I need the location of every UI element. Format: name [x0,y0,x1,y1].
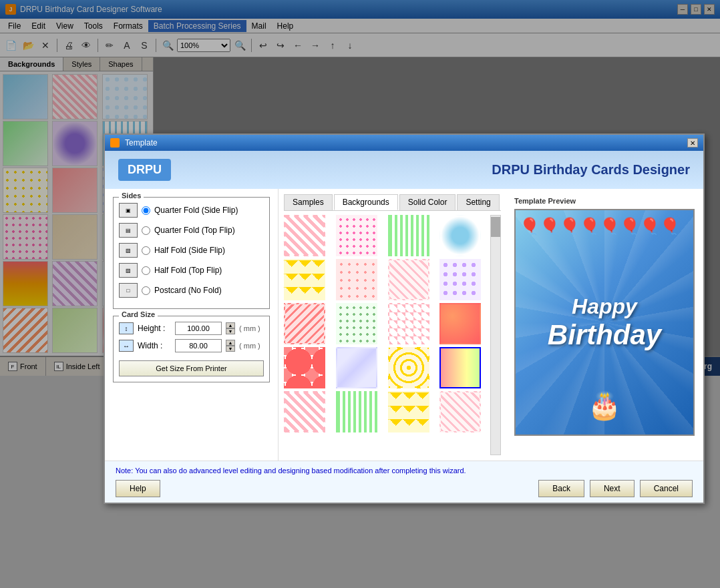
modal-bg-1[interactable] [284,215,325,256]
width-icon: ↔ [119,340,134,352]
modal-bg-9[interactable] [284,303,325,344]
modal-bg-7[interactable] [388,259,429,300]
half-fold-side-icon: ▧ [119,243,138,258]
modal-tabs-row: Samples Backgrounds Solid Color Setting [284,194,501,211]
modal-title-text: Template [125,138,158,148]
fold-label-2: Half Fold (Side Flip) [154,246,225,255]
modal-title-bar: Template ✕ [105,135,703,151]
width-down-btn[interactable]: ▼ [226,346,235,352]
modal-bg-8[interactable] [439,259,481,300]
sides-section: Sides ▣ Quarter Fold (Side Flip) ▤ Quart… [113,197,270,309]
width-row: ↔ Width : 80.00 ▲ ▼ ( mm ) [119,339,264,352]
modal-bg-19[interactable] [388,391,429,432]
modal-bg-14[interactable] [336,347,377,388]
modal-body: Sides ▣ Quarter Fold (Side Flip) ▤ Quart… [105,189,703,461]
modal-close-button[interactable]: ✕ [687,138,698,148]
fold-label-0: Quarter Fold (Side Flip) [154,206,238,215]
scroll-thumb[interactable] [491,217,500,237]
modal-title-icon [110,138,120,148]
modal-bg-2[interactable] [336,215,377,256]
fold-radio-1[interactable] [142,226,150,235]
width-unit: ( mm ) [239,342,260,350]
fold-option-4[interactable]: □ Postcard (No Fold) [119,283,264,298]
width-up-btn[interactable]: ▲ [226,340,235,346]
height-label: Height : [138,324,171,333]
modal-bg-18[interactable] [336,391,377,432]
fold-radio-4[interactable] [142,286,150,295]
height-row: ↕ Height : 100.00 ▲ ▼ ( mm ) [119,322,264,335]
modal-bg-5[interactable] [284,259,325,300]
half-fold-top-icon: ▨ [119,263,138,278]
scroll-bar-v[interactable] [490,215,501,455]
card-size-section: Card Size ↕ Height : 100.00 ▲ ▼ ( mm ) ↔ [113,316,270,382]
modal-bg-6[interactable] [336,259,377,300]
modal-bg-16[interactable] [439,347,481,388]
fold-option-1[interactable]: ▤ Quarter Fold (Top Flip) [119,223,264,238]
modal-note: Note: You can also do advanced level edi… [116,467,693,475]
modal-header-title: DRPU Birthday Cards Designer [492,162,690,178]
card-size-label: Card Size [119,310,158,318]
width-label: Width : [138,341,171,350]
height-input[interactable]: 100.00 [175,322,222,335]
quarter-fold-side-icon: ▣ [119,203,138,218]
help-button[interactable]: Help [116,480,160,497]
modal-bg-4[interactable] [439,215,481,256]
fold-option-3[interactable]: ▨ Half Fold (Top Flip) [119,263,264,278]
height-up-btn[interactable]: ▲ [226,322,235,328]
birthday-card-preview: 🎈🎈🎈🎈🎈🎈🎈🎈 Happy Birthday 🎂 [516,210,693,434]
width-spinner[interactable]: ▲ ▼ [226,340,235,352]
modal-overlay: Template ✕ DRPU DRPU Birthday Cards Desi… [0,0,720,588]
sides-label: Sides [119,192,144,200]
height-icon: ↕ [119,322,134,334]
modal-bg-3[interactable] [388,215,429,256]
modal-bg-10[interactable] [336,303,377,344]
background-modal-grid [284,215,501,432]
back-button[interactable]: Back [538,480,584,497]
fold-radio-3[interactable] [142,266,150,275]
modal-right-panel: Template Preview 🎈🎈🎈🎈🎈🎈🎈🎈 Happy Birthday… [506,189,703,461]
tab-solid-color[interactable]: Solid Color [399,194,456,210]
next-button[interactable]: Next [590,480,635,497]
modal-buttons: Help Back Next Cancel [116,480,693,497]
modal-bg-12[interactable] [439,303,481,344]
card-cake: 🎂 [588,390,621,421]
template-modal: Template ✕ DRPU DRPU Birthday Cards Desi… [104,133,705,504]
modal-center-panel: Samples Backgrounds Solid Color Setting [279,189,506,461]
fold-label-4: Postcard (No Fold) [154,286,222,295]
fold-label-3: Half Fold (Top Flip) [154,266,222,275]
cancel-button[interactable]: Cancel [640,480,693,497]
modal-bg-15[interactable] [388,347,429,388]
preview-box: 🎈🎈🎈🎈🎈🎈🎈🎈 Happy Birthday 🎂 [514,209,695,436]
postcard-icon: □ [119,283,138,298]
modal-header: DRPU DRPU Birthday Cards Designer [105,151,703,189]
modal-bg-13[interactable] [284,347,325,388]
fold-option-0[interactable]: ▣ Quarter Fold (Side Flip) [119,203,264,218]
modal-left-panel: Sides ▣ Quarter Fold (Side Flip) ▤ Quart… [105,189,279,461]
width-input[interactable]: 80.00 [175,339,222,352]
tab-samples[interactable]: Samples [284,194,333,210]
height-unit: ( mm ) [239,324,260,332]
height-spinner[interactable]: ▲ ▼ [226,322,235,334]
quarter-fold-top-icon: ▤ [119,223,138,238]
get-size-from-printer-button[interactable]: Get Size From Printer [119,360,264,376]
modal-bg-20[interactable] [439,391,481,432]
modal-footer: Note: You can also do advanced level edi… [105,461,703,503]
fold-radio-2[interactable] [142,246,150,255]
drpu-logo: DRPU [118,159,171,181]
modal-bg-17[interactable] [284,391,325,432]
card-balloons: 🎈🎈🎈🎈🎈🎈🎈🎈 [520,217,680,236]
height-down-btn[interactable]: ▼ [226,328,235,334]
tab-backgrounds[interactable]: Backgrounds [334,194,398,210]
fold-option-2[interactable]: ▧ Half Fold (Side Flip) [119,243,264,258]
preview-label: Template Preview [514,197,695,205]
modal-bg-11[interactable] [388,303,429,344]
fold-label-1: Quarter Fold (Top Flip) [154,226,235,235]
tab-setting[interactable]: Setting [457,194,499,210]
fold-radio-0[interactable] [142,206,150,215]
